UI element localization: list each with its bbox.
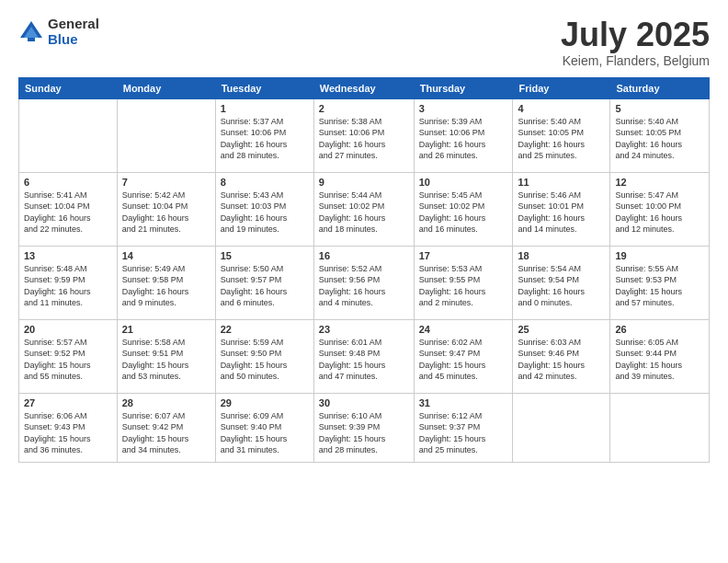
calendar-week-row: 6Sunrise: 5:41 AMSunset: 10:04 PMDayligh…: [19, 172, 710, 246]
day-info: Sunrise: 6:03 AMSunset: 9:46 PMDaylight:…: [518, 337, 605, 383]
table-row: 25Sunrise: 6:03 AMSunset: 9:46 PMDayligh…: [513, 319, 610, 393]
table-row: 22Sunrise: 5:59 AMSunset: 9:50 PMDayligh…: [215, 319, 313, 393]
title-block: July 2025 Keiem, Flanders, Belgium: [561, 17, 710, 68]
day-info: Sunrise: 5:39 AMSunset: 10:06 PMDaylight…: [419, 116, 508, 162]
day-number: 7: [122, 177, 210, 188]
table-row: [610, 393, 710, 462]
table-row: 3Sunrise: 5:39 AMSunset: 10:06 PMDayligh…: [414, 98, 513, 172]
table-row: 14Sunrise: 5:49 AMSunset: 9:58 PMDayligh…: [117, 246, 215, 319]
col-tuesday: Tuesday: [215, 77, 313, 98]
day-info: Sunrise: 6:07 AMSunset: 9:42 PMDaylight:…: [122, 410, 210, 456]
day-info: Sunrise: 5:49 AMSunset: 9:58 PMDaylight:…: [122, 263, 210, 309]
day-info: Sunrise: 6:09 AMSunset: 9:40 PMDaylight:…: [221, 410, 309, 456]
calendar-week-row: 13Sunrise: 5:48 AMSunset: 9:59 PMDayligh…: [19, 246, 710, 319]
day-info: Sunrise: 5:45 AMSunset: 10:02 PMDaylight…: [419, 190, 508, 236]
day-number: 9: [319, 177, 409, 188]
day-number: 3: [419, 103, 508, 114]
table-row: 26Sunrise: 6:05 AMSunset: 9:44 PMDayligh…: [610, 319, 710, 393]
day-number: 10: [419, 177, 508, 188]
day-info: Sunrise: 5:54 AMSunset: 9:54 PMDaylight:…: [518, 263, 605, 309]
day-info: Sunrise: 5:53 AMSunset: 9:55 PMDaylight:…: [419, 263, 508, 309]
day-info: Sunrise: 5:58 AMSunset: 9:51 PMDaylight:…: [122, 337, 210, 383]
calendar-week-row: 27Sunrise: 6:06 AMSunset: 9:43 PMDayligh…: [19, 393, 710, 462]
day-number: 31: [419, 397, 508, 408]
day-info: Sunrise: 6:12 AMSunset: 9:37 PMDaylight:…: [419, 410, 508, 456]
table-row: [117, 98, 215, 172]
day-number: 23: [319, 324, 409, 335]
day-number: 4: [518, 103, 605, 114]
table-row: 15Sunrise: 5:50 AMSunset: 9:57 PMDayligh…: [215, 246, 313, 319]
table-row: 1Sunrise: 5:37 AMSunset: 10:06 PMDayligh…: [215, 98, 313, 172]
table-row: 31Sunrise: 6:12 AMSunset: 9:37 PMDayligh…: [414, 393, 513, 462]
day-info: Sunrise: 5:50 AMSunset: 9:57 PMDaylight:…: [221, 263, 309, 309]
day-number: 24: [419, 324, 508, 335]
col-monday: Monday: [117, 77, 215, 98]
day-number: 25: [518, 324, 605, 335]
col-wednesday: Wednesday: [313, 77, 414, 98]
table-row: 28Sunrise: 6:07 AMSunset: 9:42 PMDayligh…: [117, 393, 215, 462]
day-number: 28: [122, 397, 210, 408]
page: General Blue July 2025 Keiem, Flanders, …: [0, 0, 728, 563]
day-number: 5: [615, 103, 704, 114]
table-row: [19, 98, 118, 172]
day-info: Sunrise: 5:42 AMSunset: 10:04 PMDaylight…: [122, 190, 210, 236]
col-sunday: Sunday: [19, 77, 118, 98]
table-row: 9Sunrise: 5:44 AMSunset: 10:02 PMDayligh…: [313, 172, 414, 246]
day-number: 30: [319, 397, 409, 408]
day-number: 1: [221, 103, 309, 114]
col-thursday: Thursday: [414, 77, 513, 98]
day-number: 11: [518, 177, 605, 188]
table-row: 18Sunrise: 5:54 AMSunset: 9:54 PMDayligh…: [513, 246, 610, 319]
table-row: 16Sunrise: 5:52 AMSunset: 9:56 PMDayligh…: [313, 246, 414, 319]
table-row: 4Sunrise: 5:40 AMSunset: 10:05 PMDayligh…: [513, 98, 610, 172]
day-number: 22: [221, 324, 309, 335]
col-friday: Friday: [513, 77, 610, 98]
table-row: 20Sunrise: 5:57 AMSunset: 9:52 PMDayligh…: [19, 319, 118, 393]
day-info: Sunrise: 5:55 AMSunset: 9:53 PMDaylight:…: [615, 263, 704, 309]
day-info: Sunrise: 6:05 AMSunset: 9:44 PMDaylight:…: [615, 337, 704, 383]
table-row: 2Sunrise: 5:38 AMSunset: 10:06 PMDayligh…: [313, 98, 414, 172]
table-row: 11Sunrise: 5:46 AMSunset: 10:01 PMDaylig…: [513, 172, 610, 246]
day-info: Sunrise: 5:48 AMSunset: 9:59 PMDaylight:…: [24, 263, 112, 309]
day-info: Sunrise: 6:06 AMSunset: 9:43 PMDaylight:…: [24, 410, 112, 456]
day-info: Sunrise: 6:10 AMSunset: 9:39 PMDaylight:…: [319, 410, 409, 456]
day-number: 2: [319, 103, 409, 114]
calendar-header-row: Sunday Monday Tuesday Wednesday Thursday…: [19, 77, 710, 98]
day-number: 6: [24, 177, 112, 188]
day-info: Sunrise: 5:57 AMSunset: 9:52 PMDaylight:…: [24, 337, 112, 383]
day-number: 27: [24, 397, 112, 408]
day-number: 13: [24, 250, 112, 261]
logo-icon: [18, 19, 44, 45]
day-number: 17: [419, 250, 508, 261]
table-row: 23Sunrise: 6:01 AMSunset: 9:48 PMDayligh…: [313, 319, 414, 393]
table-row: 19Sunrise: 5:55 AMSunset: 9:53 PMDayligh…: [610, 246, 710, 319]
day-info: Sunrise: 5:41 AMSunset: 10:04 PMDaylight…: [24, 190, 112, 236]
day-number: 14: [122, 250, 210, 261]
day-number: 29: [221, 397, 309, 408]
logo: General Blue: [18, 17, 99, 47]
day-info: Sunrise: 5:38 AMSunset: 10:06 PMDaylight…: [319, 116, 409, 162]
table-row: 30Sunrise: 6:10 AMSunset: 9:39 PMDayligh…: [313, 393, 414, 462]
day-info: Sunrise: 5:44 AMSunset: 10:02 PMDaylight…: [319, 190, 409, 236]
day-info: Sunrise: 6:02 AMSunset: 9:47 PMDaylight:…: [419, 337, 508, 383]
table-row: 10Sunrise: 5:45 AMSunset: 10:02 PMDaylig…: [414, 172, 513, 246]
logo-general: General: [48, 17, 99, 32]
day-info: Sunrise: 5:40 AMSunset: 10:05 PMDaylight…: [518, 116, 605, 162]
day-number: 20: [24, 324, 112, 335]
day-number: 21: [122, 324, 210, 335]
calendar-week-row: 20Sunrise: 5:57 AMSunset: 9:52 PMDayligh…: [19, 319, 710, 393]
table-row: 8Sunrise: 5:43 AMSunset: 10:03 PMDayligh…: [215, 172, 313, 246]
day-info: Sunrise: 5:43 AMSunset: 10:03 PMDaylight…: [221, 190, 309, 236]
day-number: 8: [221, 177, 309, 188]
day-number: 18: [518, 250, 605, 261]
day-info: Sunrise: 5:46 AMSunset: 10:01 PMDaylight…: [518, 190, 605, 236]
table-row: 12Sunrise: 5:47 AMSunset: 10:00 PMDaylig…: [610, 172, 710, 246]
header: General Blue July 2025 Keiem, Flanders, …: [18, 17, 710, 68]
day-number: 19: [615, 250, 704, 261]
logo-text: General Blue: [48, 17, 99, 47]
table-row: [513, 393, 610, 462]
table-row: 24Sunrise: 6:02 AMSunset: 9:47 PMDayligh…: [414, 319, 513, 393]
calendar-week-row: 1Sunrise: 5:37 AMSunset: 10:06 PMDayligh…: [19, 98, 710, 172]
day-info: Sunrise: 5:37 AMSunset: 10:06 PMDaylight…: [221, 116, 309, 162]
day-number: 16: [319, 250, 409, 261]
